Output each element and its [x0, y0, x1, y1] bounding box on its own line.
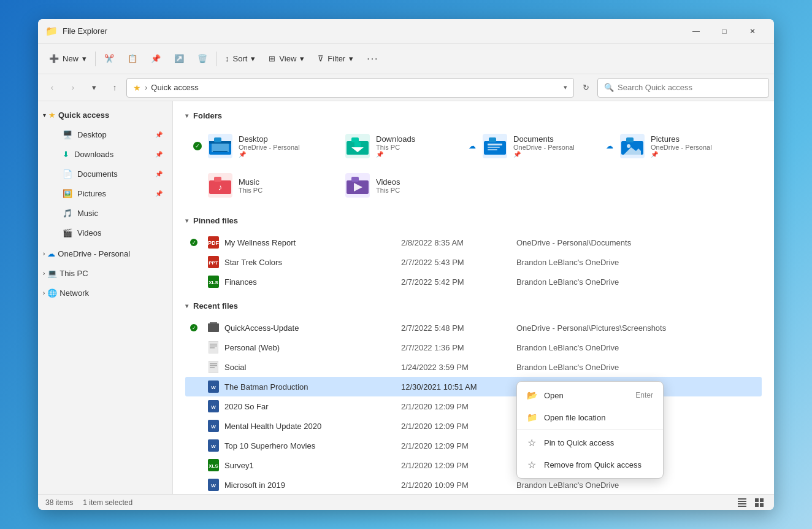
music-folder-sub: This PC: [239, 187, 312, 194]
folder-item-videos[interactable]: Videos This PC: [323, 167, 458, 204]
sidebar-item-downloads[interactable]: ⬇ Downloads 📌: [40, 144, 170, 164]
maximize-button[interactable]: □: [710, 21, 738, 41]
pin-icon: 📌: [155, 171, 163, 177]
network-header[interactable]: › 🌐 Network: [38, 283, 172, 303]
status-dot-desktop: ✓: [193, 142, 202, 150]
file-row-startrek[interactable]: PPT Star Trek Colors 2/7/2022 5:43 PM Br…: [185, 252, 762, 272]
status-dot-wellness: ✓: [190, 239, 197, 246]
svg-rect-12: [488, 147, 500, 148]
file-row-wellness[interactable]: ✓ PDF My Wellness Report 2/8/2022 8:35 A…: [185, 233, 762, 252]
sort-button[interactable]: ↕ Sort ▾: [219, 48, 261, 70]
videos-folder-name: Videos: [376, 177, 450, 187]
grid-view-button[interactable]: [752, 495, 767, 510]
desktop-folder-info: Desktop OneDrive - Personal 📌: [239, 134, 312, 158]
wellness-file-date: 2/8/2022 8:35 AM: [401, 238, 511, 247]
microsoft2019-file-date: 2/1/2020 10:09 PM: [401, 481, 511, 490]
sidebar-item-pictures[interactable]: 🖼️ Pictures 📌: [40, 183, 170, 203]
address-star-icon: ★: [133, 83, 141, 93]
up-button[interactable]: ↑: [105, 79, 124, 97]
open-label: Open: [544, 391, 628, 400]
startrek-file-icon: PPT: [207, 256, 220, 268]
close-button[interactable]: ✕: [738, 21, 767, 41]
svg-rect-58: [755, 498, 759, 502]
context-open[interactable]: 📂 Open Enter: [517, 384, 663, 406]
filter-button[interactable]: ⊽ Filter ▾: [312, 48, 359, 70]
pinned-files-section-header[interactable]: ▾ Pinned files: [185, 216, 762, 225]
view-controls: [735, 495, 767, 510]
social-file-icon: [207, 361, 220, 373]
svg-rect-33: [210, 344, 217, 345]
folder-item-documents[interactable]: ☁ Documents OneDrive - Personal 📌: [460, 128, 595, 164]
minimize-button[interactable]: —: [682, 21, 710, 41]
folder-item-music[interactable]: ♪ Music This PC: [185, 167, 320, 204]
back-button[interactable]: ‹: [43, 79, 61, 97]
paste-icon: 📌: [151, 54, 161, 63]
quick-access-header[interactable]: ▾ ★ Quick access: [38, 105, 172, 125]
share-button[interactable]: ↗️: [168, 48, 190, 70]
onedrive-header[interactable]: › ☁ OneDrive - Personal: [38, 244, 172, 263]
view-icon: ⊞: [269, 54, 275, 63]
recent-locations-button[interactable]: ▾: [85, 79, 103, 97]
file-row-survey[interactable]: XLS Survey1 2/1/2020 12:09 PM Brandon Le…: [185, 455, 762, 475]
file-row-finances[interactable]: XLS Finances 2/7/2022 5:42 PM Brandon Le…: [185, 272, 762, 292]
delete-button[interactable]: 🗑️: [191, 48, 213, 70]
file-row-batman[interactable]: W The Batman Production 12/30/2021 10:51…: [185, 377, 762, 396]
file-row-2020sofar[interactable]: W 2020 So Far 2/1/2020 12:09 PM Brandon …: [185, 396, 762, 416]
recent-files-section-header[interactable]: ▾ Recent files: [185, 301, 762, 311]
context-remove[interactable]: ☆ Remove from Quick access: [517, 454, 663, 476]
paste-button[interactable]: 📌: [145, 48, 167, 70]
sidebar-item-music[interactable]: 🎵 Music: [40, 203, 170, 223]
desktop-folder-name: Desktop: [239, 134, 312, 144]
list-view-button[interactable]: [735, 495, 749, 510]
file-row-personal[interactable]: Personal (Web) 2/7/2022 1:36 PM Brandon …: [185, 338, 762, 357]
refresh-button[interactable]: ↻: [576, 79, 595, 97]
svg-text:XLS: XLS: [209, 463, 218, 469]
microsoft2019-file-icon: W: [207, 479, 220, 491]
folder-item-desktop[interactable]: ✓ Desktop OneDrive - Personal 📌: [185, 128, 320, 164]
quick-access-section: ▾ ★ Quick access 🖥️ Desktop 📌 ⬇ Download…: [38, 105, 172, 242]
file-row-microsoft2019[interactable]: W Microsoft in 2019 2/1/2020 10:09 PM Br…: [185, 475, 762, 494]
thispc-header[interactable]: › 💻 This PC: [38, 263, 172, 283]
copy-button[interactable]: 📋: [121, 48, 144, 70]
svg-text:XLS: XLS: [209, 280, 218, 285]
titlebar: 📁 File Explorer — □ ✕: [38, 19, 774, 44]
view-button[interactable]: ⊞ View ▾: [262, 48, 310, 70]
svg-rect-37: [210, 363, 217, 365]
sidebar-item-videos[interactable]: 🎬 Videos: [40, 223, 170, 242]
folders-chevron-icon: ▾: [185, 112, 188, 119]
sidebar-item-desktop[interactable]: 🖥️ Desktop 📌: [40, 125, 170, 144]
sidebar-item-documents[interactable]: 📄 Documents 📌: [40, 164, 170, 183]
file-row-superheroes[interactable]: W Top 10 Superhero Movies 2/1/2020 12:09…: [185, 436, 762, 455]
new-label: New: [63, 54, 79, 63]
file-explorer-window: 📁 File Explorer — □ ✕ ➕ New ▾ ✂️ 📋 📌 ↗️ …: [38, 19, 774, 510]
context-open-location[interactable]: 📁 Open file location: [517, 406, 663, 428]
file-row-quickaccess[interactable]: ✓ QuickAccess-Update 2/7/2022 5:48 PM On…: [185, 318, 762, 338]
cut-button[interactable]: ✂️: [98, 48, 120, 70]
search-box[interactable]: 🔍: [597, 78, 769, 98]
forward-button[interactable]: ›: [64, 79, 82, 97]
svg-point-16: [627, 144, 630, 148]
startrek-file-name: Star Trek Colors: [224, 258, 396, 267]
folder-item-pictures[interactable]: ☁ Pictures OneDrive - Personal 📌: [597, 128, 732, 164]
finances-file-loc: Brandon LeBlanc's OneDrive: [516, 277, 757, 287]
new-button[interactable]: ➕ New ▾: [43, 48, 93, 70]
sort-label: Sort: [233, 54, 248, 63]
file-row-social[interactable]: Social 1/24/2022 3:59 PM Brandon LeBlanc…: [185, 357, 762, 377]
folders-section-header[interactable]: ▾ Folders: [185, 111, 762, 120]
more-button[interactable]: ···: [361, 48, 385, 70]
desktop-pin-icon: 📌: [239, 151, 312, 158]
filter-icon: ⊽: [318, 54, 324, 63]
svg-rect-22: [351, 177, 359, 182]
address-bar[interactable]: ★ › Quick access ▾: [126, 78, 574, 98]
toolbar-divider-1: [95, 52, 96, 66]
search-input[interactable]: [618, 83, 762, 92]
context-pin[interactable]: ☆ Pin to Quick access: [517, 431, 663, 454]
onedrive-label: OneDrive - Personal: [58, 249, 130, 258]
music-folder-name: Music: [239, 177, 312, 187]
svg-rect-7: [354, 142, 361, 147]
file-row-mentalhealth[interactable]: W Mental Health Update 2020 2/1/2020 12:…: [185, 416, 762, 436]
svg-text:PDF: PDF: [208, 240, 219, 246]
folder-item-downloads[interactable]: Downloads This PC 📌: [323, 128, 458, 164]
pictures-icon: 🖼️: [63, 189, 72, 198]
pictures-folder-name: Pictures: [651, 134, 724, 144]
